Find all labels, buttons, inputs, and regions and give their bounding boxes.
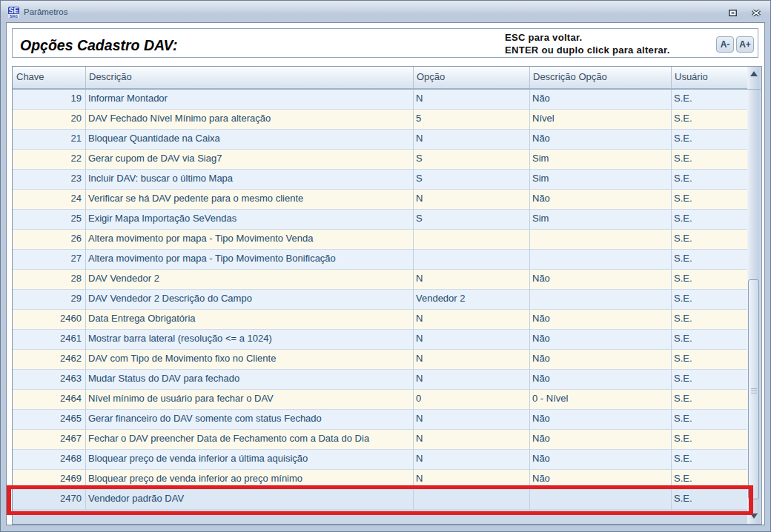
svg-text:SE: SE: [9, 7, 19, 15]
svg-text:SIAG: SIAG: [10, 15, 19, 19]
